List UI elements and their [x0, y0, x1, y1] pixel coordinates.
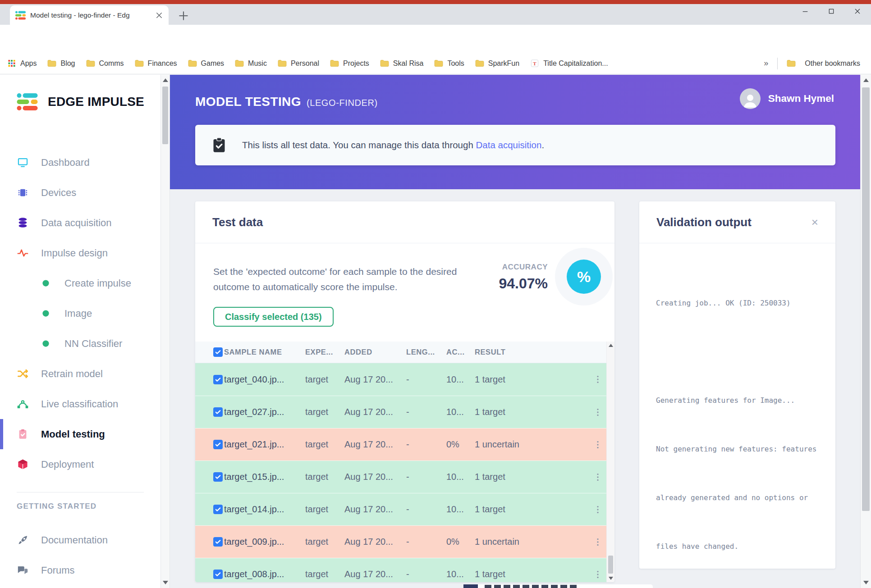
- row-checkbox[interactable]: [213, 472, 223, 482]
- bookmark-item[interactable]: Skal Risa: [380, 59, 424, 68]
- bookmark-item[interactable]: Finances: [135, 59, 177, 68]
- scroll-up-arrow[interactable]: [163, 78, 168, 82]
- banner-text-before: This lists all test data. You can manage…: [242, 140, 476, 150]
- scrollbar-thumb[interactable]: [608, 556, 613, 574]
- sidebar-scrollbar[interactable]: [160, 75, 170, 588]
- row-menu-icon[interactable]: [593, 407, 603, 418]
- app-content: EDGE IMPULSE Dashboard Devices Data acqu…: [0, 75, 871, 588]
- classify-selected-button[interactable]: Classify selected (135): [213, 307, 334, 327]
- column-header[interactable]: EXPE...: [305, 348, 344, 356]
- main-content: MODEL TESTING (LEGO-FINDER) Shawn Hymel …: [170, 75, 860, 588]
- sidebar-item[interactable]: Devices: [0, 178, 160, 208]
- data-acquisition-link[interactable]: Data acquisition: [476, 140, 542, 150]
- page-title: MODEL TESTING: [195, 95, 301, 109]
- table-row[interactable]: target_040.jp... target Aug 17 20... - 1…: [195, 363, 614, 396]
- column-header[interactable]: RESULT: [475, 348, 589, 356]
- bookmark-item[interactable]: SparkFun: [475, 59, 519, 68]
- scrollbar-thumb[interactable]: [162, 87, 168, 144]
- sample-name: target_040.jp...: [224, 374, 305, 385]
- folder-icon: [278, 59, 287, 67]
- sample-name: target_014.jp...: [224, 504, 305, 515]
- bookmark-item[interactable]: Projects: [330, 59, 369, 68]
- brand-logo[interactable]: EDGE IMPULSE: [17, 93, 144, 111]
- bookmark-item[interactable]: Comms: [86, 59, 124, 68]
- tab-close-icon[interactable]: [155, 11, 163, 19]
- sidebar-item[interactable]: Deployment: [0, 449, 160, 479]
- scrollbar-thumb[interactable]: [862, 87, 870, 511]
- added-cell: Aug 17 20...: [344, 537, 406, 547]
- table-row[interactable]: target_015.jp... target Aug 17 20... - 1…: [195, 460, 614, 493]
- other-bookmarks[interactable]: Other bookmarks: [805, 59, 860, 68]
- new-tab-button[interactable]: [178, 10, 189, 22]
- added-cell: Aug 17 20...: [344, 569, 406, 579]
- sidebar-item[interactable]: Create impulse: [0, 268, 160, 298]
- table-row[interactable]: target_014.jp... target Aug 17 20... - 1…: [195, 493, 614, 525]
- scroll-down-arrow[interactable]: [609, 577, 613, 580]
- sidebar-item[interactable]: Image: [0, 298, 160, 328]
- minimize-button[interactable]: [802, 8, 809, 15]
- page-scrollbar[interactable]: [860, 75, 871, 588]
- bookmark-item[interactable]: Personal: [278, 59, 319, 68]
- bookmark-item[interactable]: T Title Capitalization...: [530, 59, 608, 68]
- folder-icon: [787, 59, 796, 67]
- sidebar-item[interactable]: Documentation: [0, 525, 160, 555]
- scroll-up-arrow[interactable]: [609, 344, 613, 347]
- sidebar-item[interactable]: Model testing: [0, 419, 160, 449]
- table-row[interactable]: target_027.jp... target Aug 17 20... - 1…: [195, 396, 614, 428]
- sidebar-item[interactable]: Retrain model: [0, 359, 160, 389]
- row-checkbox[interactable]: [213, 570, 223, 579]
- row-checkbox[interactable]: [213, 440, 223, 449]
- bookmark-item[interactable]: Apps: [7, 59, 37, 68]
- row-menu-icon[interactable]: [593, 439, 603, 450]
- bookmark-item[interactable]: Blog: [47, 59, 75, 68]
- bookmark-item[interactable]: Music: [235, 59, 267, 68]
- sidebar-item[interactable]: Impulse design: [0, 238, 160, 268]
- bookmark-item[interactable]: Games: [188, 59, 225, 68]
- edge-impulse-favicon: [15, 11, 26, 20]
- table-row[interactable]: target_008.jp... target Aug 17 20... - 1…: [195, 558, 614, 582]
- row-checkbox[interactable]: [213, 375, 223, 384]
- row-checkbox[interactable]: [213, 505, 223, 514]
- check-icon: [215, 538, 221, 545]
- row-menu-icon[interactable]: [593, 504, 603, 515]
- column-header[interactable]: AC...: [446, 348, 475, 356]
- row-checkbox[interactable]: [213, 407, 223, 417]
- sidebar-item[interactable]: Live classification: [0, 389, 160, 419]
- maximize-button[interactable]: [828, 8, 835, 15]
- row-menu-icon[interactable]: [593, 472, 603, 483]
- row-checkbox[interactable]: [213, 537, 223, 547]
- row-menu-icon[interactable]: [593, 374, 603, 385]
- accuracy-cell: 10...: [446, 569, 475, 579]
- column-header[interactable]: LENG...: [406, 348, 446, 356]
- sidebar-item[interactable]: Data acquisition: [0, 208, 160, 238]
- row-menu-icon[interactable]: [593, 569, 603, 580]
- scroll-up-arrow[interactable]: [863, 78, 869, 82]
- select-all-checkbox[interactable]: [213, 347, 223, 357]
- scroll-down-arrow[interactable]: [863, 581, 869, 584]
- edge-impulse-logo-icon: [17, 93, 38, 111]
- table-row[interactable]: target_021.jp... target Aug 17 20... - 0…: [195, 428, 614, 460]
- close-window-button[interactable]: [854, 8, 861, 15]
- close-icon[interactable]: ×: [811, 216, 818, 228]
- bookmarks-overflow-chevron[interactable]: »: [764, 59, 768, 68]
- folder-icon: [380, 59, 389, 67]
- check-icon: [215, 376, 221, 383]
- sidebar-item[interactable]: Forums: [0, 555, 160, 585]
- browser-tab[interactable]: Model testing - lego-finder - Edg: [10, 5, 169, 25]
- avatar[interactable]: [740, 88, 761, 109]
- card-title: Validation output: [656, 215, 752, 229]
- column-header[interactable]: SAMPLE NAME: [224, 348, 305, 356]
- bookmark-item[interactable]: Tools: [434, 59, 464, 68]
- scroll-down-arrow[interactable]: [163, 581, 168, 584]
- table-row[interactable]: target_009.jp... target Aug 17 20... - 0…: [195, 525, 614, 558]
- accuracy-cell: 0%: [446, 537, 475, 547]
- clipboard-icon: [212, 137, 226, 153]
- expected-cell: target: [305, 407, 344, 417]
- table-scrollbar[interactable]: [606, 342, 614, 582]
- row-menu-icon[interactable]: [593, 537, 603, 547]
- sidebar-item[interactable]: Dashboard: [0, 147, 160, 178]
- column-header[interactable]: ADDED: [344, 348, 406, 356]
- sample-name: target_009.jp...: [224, 537, 305, 547]
- sidebar-item[interactable]: NN Classifier: [0, 328, 160, 359]
- user-menu[interactable]: Shawn Hymel: [740, 88, 834, 109]
